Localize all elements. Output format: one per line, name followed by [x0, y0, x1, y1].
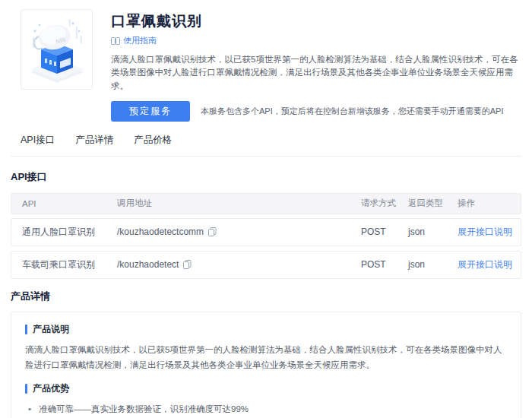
product-details-section: 产品详情 产品说明 滴滴人脸口罩佩戴识别技术，以已获5项世界第一的人脸检测算法为… — [11, 290, 521, 418]
product-advantages-heading-label: 产品优势 — [33, 382, 69, 395]
product-desc-heading-label: 产品说明 — [33, 323, 69, 336]
col-method: 请求方式 — [361, 198, 408, 209]
tab-bar: API接口 产品详情 产品价格 — [11, 134, 521, 157]
expand-api-doc-link[interactable]: 展开接口说明 — [458, 258, 521, 271]
list-item: 准确可靠——真实业务数据验证，识别准确度可达99% — [28, 401, 507, 417]
api-url-cell: /kouzhaodetectcomm — [117, 226, 361, 237]
api-return-type: json — [408, 259, 458, 270]
col-url: 调用地址 — [117, 198, 361, 209]
reserve-note: 本服务包含多个API，预定后将在控制台新增该服务，您还需要手动开通需要的API — [201, 106, 503, 117]
product-page: N95 口罩佩戴识别 使用指南 滴滴人脸口罩佩戴识别技 — [0, 0, 532, 418]
product-header: N95 口罩佩戴识别 使用指南 滴滴人脸口罩佩戴识别技 — [21, 9, 521, 122]
api-method: POST — [361, 226, 408, 237]
product-advantages-heading: 产品优势 — [25, 382, 507, 395]
product-illustration: N95 — [21, 9, 93, 90]
usage-guide-label: 使用指南 — [123, 35, 157, 46]
product-description: 滴滴人脸口罩佩戴识别技术，以已获5项世界第一的人脸检测算法为基础，结合人脸属性识… — [111, 53, 521, 93]
expand-api-doc-link[interactable]: 展开接口说明 — [458, 226, 521, 239]
api-section: API接口 API 调用地址 请求方式 返回类型 操作 通用人脸口罩识别 /ko… — [11, 170, 521, 279]
reserve-service-button[interactable]: 预定服务 — [111, 101, 190, 122]
copy-icon[interactable] — [183, 260, 192, 269]
api-url: /kouzhaodetectcomm — [117, 226, 204, 237]
api-table-header: API 调用地址 请求方式 返回类型 操作 — [11, 193, 521, 214]
api-url-cell: /kouzhaodetect — [117, 259, 361, 270]
details-section-title: 产品详情 — [11, 290, 521, 303]
copy-icon[interactable] — [208, 227, 217, 236]
heading-accent-bar — [25, 325, 27, 334]
product-desc-heading: 产品说明 — [25, 323, 507, 336]
heading-accent-bar — [25, 384, 27, 394]
col-api: API — [22, 199, 117, 208]
api-section-title: API接口 — [11, 170, 521, 184]
col-action: 操作 — [458, 198, 521, 209]
api-url: /kouzhaodetect — [117, 259, 179, 270]
mask-product-icon: N95 — [26, 14, 88, 84]
api-table: API 调用地址 请求方式 返回类型 操作 通用人脸口罩识别 /kouzhaod… — [11, 193, 521, 279]
cta-row: 预定服务 本服务包含多个API，预定后将在控制台新增该服务，您还需要手动开通需要… — [111, 101, 521, 122]
col-return-type: 返回类型 — [408, 198, 458, 209]
api-name: 车载司乘口罩识别 — [22, 258, 117, 271]
tab-product-details[interactable]: 产品详情 — [75, 134, 113, 147]
details-box: 产品说明 滴滴人脸口罩佩戴识别技术，以已获5项世界第一的人脸检测算法为基础，结合… — [11, 312, 521, 418]
api-method: POST — [361, 259, 408, 270]
usage-guide-link[interactable]: 使用指南 — [111, 35, 157, 46]
table-row: 通用人脸口罩识别 /kouzhaodetectcomm POST json 展开… — [11, 218, 521, 246]
tab-product-price[interactable]: 产品价格 — [134, 134, 172, 147]
guide-book-icon — [111, 37, 120, 45]
page-title: 口罩佩戴识别 — [111, 11, 521, 31]
tab-api[interactable]: API接口 — [21, 134, 55, 147]
api-name: 通用人脸口罩识别 — [22, 226, 117, 239]
product-info: 口罩佩戴识别 使用指南 滴滴人脸口罩佩戴识别技术，以已获5项世界第一的人脸检测算… — [111, 9, 521, 122]
table-row: 车载司乘口罩识别 /kouzhaodetect POST json 展开接口说明 — [11, 251, 521, 279]
api-return-type: json — [408, 226, 458, 237]
advantages-list: 准确可靠——真实业务数据验证，识别准确度可达99% 服务稳定——实时识别、支持高… — [28, 401, 507, 418]
product-desc-text: 滴滴人脸口罩佩戴识别技术，以已获5项世界第一的人脸检测算法为基础，结合人脸属性识… — [25, 342, 507, 372]
